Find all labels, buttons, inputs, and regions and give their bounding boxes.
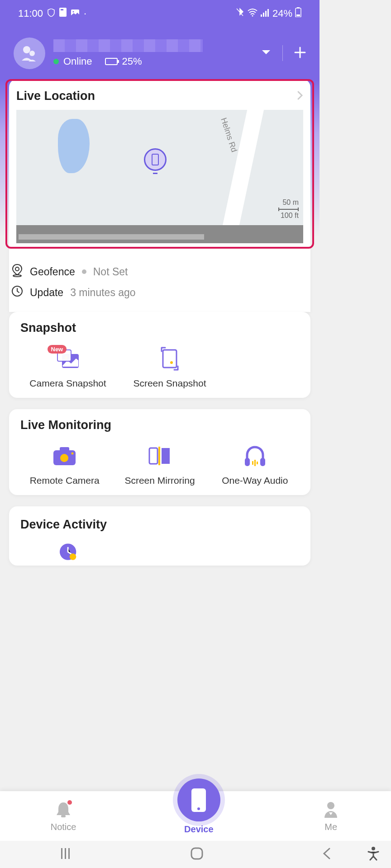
geofence-value: Not Set [93,266,128,278]
dropdown-icon[interactable] [261,49,271,57]
live-location-title: Live Location [16,89,95,103]
add-icon[interactable] [294,47,306,60]
profile-name-redacted [53,39,203,52]
geofence-label: Geofence [30,266,75,278]
sim-icon [59,8,67,19]
dot-icon: · [84,8,86,19]
monitoring-card: Live Monitoring Remote Camera Screen Mir… [9,409,310,495]
status-dot [82,269,86,274]
activity-title: Device Activity [20,518,299,532]
activity-icon [54,543,81,566]
geofence-icon [11,264,23,280]
audio-label: One-Way Audio [222,475,288,486]
snapshot-card: Snapshot New Camera Snapshot Screen Snap… [9,312,310,398]
update-row: Update 3 minutes ago [11,285,308,300]
road-label: Helms Rd [219,117,238,154]
chevron-right-icon[interactable] [297,90,303,102]
camera-snapshot-label: Camera Snapshot [29,378,106,389]
svg-rect-8 [267,9,269,17]
svg-rect-11 [296,14,300,16]
svg-rect-28 [245,458,250,466]
image-icon [71,8,79,19]
svg-rect-23 [60,447,69,452]
svg-rect-5 [261,14,262,17]
battery-icon [295,7,301,20]
clock-icon [11,285,23,300]
screen-snapshot-label: Screen Snapshot [133,378,206,389]
snapshot-title: Snapshot [20,321,299,335]
live-location-card: Live Location Helms Rd 50 m 100 ft [5,79,314,249]
screen-snapshot[interactable]: Screen Snapshot [122,346,217,389]
wifi-icon [247,8,258,19]
camera-snapshot-icon: New [56,346,81,371]
signal-icon [261,8,270,19]
svg-point-21 [170,361,173,364]
clock: 11:00 [18,8,43,19]
svg-rect-29 [260,458,265,466]
svg-rect-7 [265,11,267,17]
update-label: Update [30,287,63,299]
svg-rect-27 [158,447,160,465]
svg-rect-6 [263,13,264,17]
online-status: Online [63,56,92,67]
svg-point-24 [60,454,68,462]
svg-point-34 [69,553,76,560]
mirror-label: Screen Mirroring [124,475,195,486]
svg-rect-26 [149,448,157,464]
monitoring-title: Live Monitoring [20,418,299,432]
map-footer [16,225,303,243]
svg-point-3 [73,11,74,13]
svg-point-4 [252,15,253,17]
status-bar: 11:00 · 24% [0,0,319,27]
svg-rect-30 [252,461,253,465]
headphones-icon [243,443,267,468]
svg-rect-31 [254,460,256,466]
map-device-pin[interactable] [144,148,167,171]
device-battery-pct: 25% [122,56,142,67]
screen-mirroring[interactable]: Screen Mirroring [115,443,204,486]
update-value: 3 minutes ago [70,287,135,299]
online-dot [53,59,59,64]
svg-point-15 [13,275,21,277]
map-view[interactable]: Helms Rd 50 m 100 ft [16,110,303,243]
map-scale: 50 m 100 ft [278,198,299,221]
svg-rect-32 [257,462,258,464]
battery-pct: 24% [272,8,292,19]
svg-point-25 [72,453,74,455]
svg-point-13 [29,51,35,56]
svg-point-14 [15,267,19,271]
camera-snapshot[interactable]: New Camera Snapshot [20,346,115,389]
geofence-row[interactable]: Geofence Not Set [11,264,308,280]
svg-rect-1 [61,9,63,10]
screen-snapshot-icon [157,346,182,371]
mirror-icon [147,443,172,468]
avatar[interactable] [14,38,45,69]
device-activity-card: Device Activity [9,506,310,566]
remote-camera-label: Remote Camera [30,475,100,486]
vibrate-icon [235,8,244,19]
remote-camera[interactable]: Remote Camera [20,443,109,486]
svg-rect-20 [163,350,176,368]
profile-header: Online 25% [0,27,319,79]
one-way-audio[interactable]: One-Way Audio [211,443,299,486]
new-badge: New [48,345,67,354]
svg-point-12 [23,46,30,53]
shield-icon [48,8,55,19]
camera-icon [52,443,77,468]
device-battery-icon [105,58,118,65]
map-lake [58,119,90,173]
